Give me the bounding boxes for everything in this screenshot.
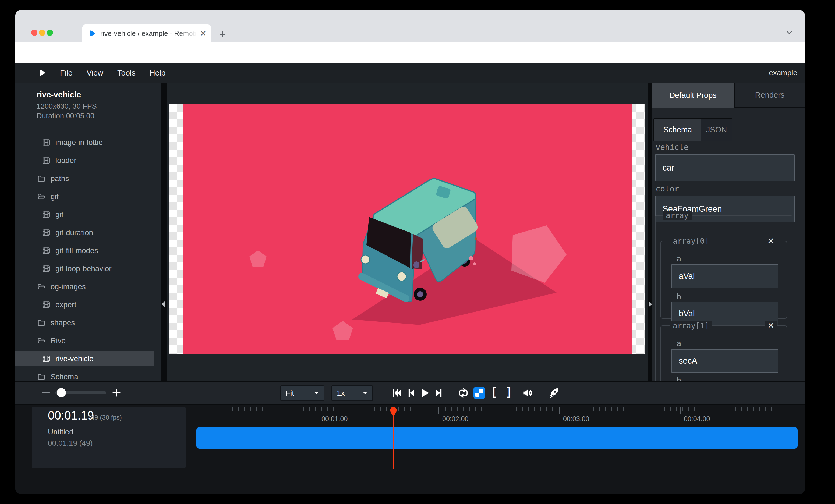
chevron-down-icon (363, 392, 367, 395)
window-zoom-button[interactable] (47, 29, 53, 36)
next-frame-button[interactable] (433, 387, 445, 399)
jump-to-start-button[interactable] (391, 387, 403, 399)
toggle-json[interactable]: JSON (701, 119, 732, 141)
array1-a-input[interactable] (671, 349, 778, 373)
set-in-point-button[interactable]: [ (490, 385, 498, 399)
composition-canvas[interactable] (169, 104, 645, 355)
schema-json-toggle: Schema JSON (653, 118, 732, 141)
zoom-in-button[interactable] (113, 388, 121, 397)
splatter-dot (469, 256, 473, 260)
sidebar-item-gif-loop-behavior[interactable]: gif-loop-behavior (15, 261, 155, 276)
composition-duration: Duration 00:05.00 (37, 112, 95, 120)
sidebar-item-loader[interactable]: loader (15, 153, 155, 168)
ruler-label-3s: 00:03.00 (563, 415, 589, 423)
sidebar-item-shapes[interactable]: shapes (15, 315, 155, 330)
folder-icon (37, 319, 46, 327)
film-icon (42, 156, 51, 165)
ruler-tick (439, 407, 439, 414)
array1-b-label: b (676, 376, 681, 381)
sidebar-item-gif-folder[interactable]: gif (15, 189, 155, 204)
render-rocket-button[interactable] (548, 387, 559, 399)
browser-address-bar: localhost:3000/rive-vehicle ☆ (15, 42, 805, 63)
van-illustration (183, 104, 632, 355)
array0-a-input[interactable] (671, 265, 778, 288)
tab-renders[interactable]: Renders (734, 83, 805, 108)
composition-title: rive-vehicle (37, 90, 81, 99)
props-panel: Default Props Renders Schema JSON vehicl… (652, 83, 805, 381)
sidebar-item-rive-vehicle[interactable]: rive-vehicle (15, 351, 155, 366)
array1-a-label: a (676, 339, 681, 348)
browser-tab[interactable]: rive-vehicle / example - Remoti ✕ (82, 24, 211, 42)
ruler-tick (680, 407, 680, 414)
array-legend: array (663, 211, 692, 220)
van-front-wheel (414, 288, 427, 301)
field-input-vehicle[interactable] (655, 154, 795, 181)
array0-b-label: b (676, 292, 681, 301)
project-name-label: example (769, 68, 797, 77)
window-close-button[interactable] (31, 29, 37, 36)
sidebar-item-paths[interactable]: paths (15, 171, 155, 186)
collapse-left-panel-icon[interactable] (161, 301, 165, 307)
set-out-point-button[interactable]: ] (506, 385, 513, 399)
ruler-label-2s: 00:02.00 (442, 415, 468, 423)
sidebar-item-image-in-lottie[interactable]: image-in-lottie (15, 135, 155, 150)
film-icon (42, 229, 51, 237)
sidebar-item-rive-folder[interactable]: Rive (15, 333, 155, 348)
toggle-schema[interactable]: Schema (654, 119, 701, 141)
volume-button[interactable] (522, 387, 534, 399)
transparency-checkerboard-toggle[interactable] (473, 387, 485, 399)
sidebar-item-gif-fill-modes[interactable]: gif-fill-modes (15, 243, 155, 258)
previous-frame-button[interactable] (405, 387, 417, 399)
folder-icon (37, 373, 46, 381)
tab-default-props[interactable]: Default Props (652, 83, 734, 108)
folder-open-icon (37, 337, 46, 345)
ruler-tick (318, 407, 318, 414)
ruler-tick (559, 407, 560, 414)
sidebar-item-gif-duration[interactable]: gif-duration (15, 225, 155, 240)
sidebar-item-expert[interactable]: expert (15, 297, 155, 312)
ruler-label-1s: 00:01.00 (322, 415, 348, 423)
checkerboard-icon (475, 389, 483, 397)
field-label-vehicle: vehicle (656, 143, 688, 152)
menu-view[interactable]: View (87, 68, 103, 78)
canvas-size-select[interactable]: Fit (280, 385, 324, 401)
window-minimize-button[interactable] (39, 29, 45, 36)
composition-resolution: 1200x630, 30 FPS (37, 102, 97, 110)
chevron-down-icon (314, 392, 319, 395)
playhead-handle[interactable] (390, 407, 397, 417)
zoom-slider-handle[interactable] (57, 388, 66, 397)
folder-open-icon (37, 193, 46, 201)
remotion-favicon-icon (88, 29, 96, 37)
array1-remove-icon[interactable]: ✕ (765, 321, 777, 330)
sidebar-item-og-images[interactable]: og-images (15, 279, 155, 294)
array0-remove-icon[interactable]: ✕ (765, 236, 777, 246)
new-tab-button[interactable]: + (219, 28, 226, 41)
timeline-ruler[interactable] (197, 407, 805, 411)
tab-close-icon[interactable]: ✕ (200, 29, 206, 38)
timeline-panel: 00:01.19 49 (30 fps) Untitled 00:01.19 (… (15, 405, 805, 494)
playback-speed-select[interactable]: 1x (331, 385, 373, 401)
loop-toggle-button[interactable] (457, 387, 469, 399)
animation-frame (183, 104, 632, 355)
film-icon (42, 139, 51, 147)
film-icon (42, 211, 51, 219)
film-icon (42, 247, 51, 255)
tab-title: rive-vehicle / example - Remoti (100, 29, 196, 38)
splatter-dot (473, 262, 476, 265)
menu-tools[interactable]: Tools (117, 68, 136, 78)
sidebar-item-gif[interactable]: gif (15, 207, 155, 222)
play-button[interactable] (419, 387, 430, 399)
ruler-label-4s: 00:04.00 (684, 415, 710, 423)
menu-file[interactable]: File (60, 68, 73, 78)
field-label-color: color (656, 184, 679, 193)
tab-search-chevron-icon[interactable] (785, 29, 793, 36)
array0-legend: array[0] (670, 237, 712, 246)
timeline-track-bar[interactable] (196, 427, 798, 448)
folder-open-icon (37, 283, 46, 291)
van-headlight-left (361, 255, 370, 264)
track-duration: 00:01.19 (49) (48, 439, 93, 447)
pentagon-shape-bottom (332, 321, 353, 340)
zoom-out-button[interactable] (42, 392, 50, 394)
compositions-sidebar: rive-vehicle 1200x630, 30 FPS Duration 0… (15, 83, 161, 381)
menu-help[interactable]: Help (149, 68, 166, 78)
